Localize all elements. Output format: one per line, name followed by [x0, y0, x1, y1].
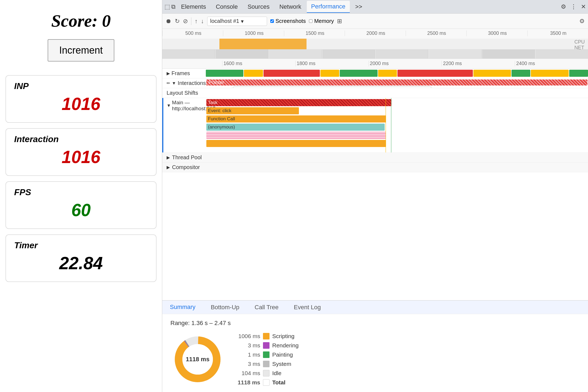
task-bar[interactable]: Task: [206, 99, 391, 106]
timer-card: Timer 22.84: [5, 234, 157, 282]
close-icon[interactable]: ✕: [581, 3, 586, 10]
session-selector[interactable]: localhost #1 ▾: [207, 17, 267, 26]
event-click-bar[interactable]: Event: click: [206, 107, 299, 114]
scripting-swatch: [263, 333, 270, 339]
capture-icon[interactable]: ⊞: [337, 18, 342, 25]
frames-bar: [206, 70, 588, 77]
screenshots-checkbox[interactable]: [270, 19, 274, 23]
tab-elements[interactable]: Elements: [177, 1, 210, 13]
main-thread-section: ▼ Main — http://localhost:517 Task Event…: [162, 98, 588, 153]
memory-checkbox[interactable]: [309, 19, 313, 23]
frames-chevron[interactable]: ▶: [167, 71, 170, 76]
inp-card: INP 1016: [5, 75, 157, 123]
record-icon[interactable]: ⏺: [166, 18, 171, 25]
interaction-card: Interaction 1016: [5, 128, 157, 176]
settings2-icon[interactable]: ⚙: [579, 18, 585, 25]
summary-content: 1118 ms 1006 ms Scripting 3 ms Rendering: [170, 332, 580, 387]
ruler-mark-1500: 1500 ms: [284, 30, 345, 36]
inp-label: INP: [14, 81, 148, 91]
tab-console[interactable]: Console: [212, 1, 242, 13]
download-icon[interactable]: ↓: [201, 18, 204, 25]
pointer-bar[interactable]: Pointer: [206, 79, 587, 85]
blue-border: [162, 98, 163, 152]
ruler2-1600: 1600 ms: [222, 61, 295, 66]
bottom-tabs: Summary Bottom-Up Call Tree Event Log: [162, 300, 588, 314]
thread-pool-section[interactable]: ▶ Thread Pool: [162, 153, 588, 163]
rendering-swatch: [263, 342, 270, 349]
legend-rendering: 3 ms Rendering: [236, 342, 299, 349]
legend-painting: 1 ms Painting: [236, 351, 299, 358]
idle-swatch: [263, 370, 270, 376]
summary-range: Range: 1.36 s – 2.47 s: [170, 320, 580, 327]
legend-scripting: 1006 ms Scripting: [236, 333, 299, 339]
main-thread-label[interactable]: ▼ Main — http://localhost:517: [162, 98, 206, 113]
timeline-ruler: 500 ms 1000 ms 1500 ms 2000 ms 2500 ms 3…: [162, 29, 588, 39]
tab-bottom-up[interactable]: Bottom-Up: [203, 301, 247, 314]
tab-event-log[interactable]: Event Log: [286, 301, 328, 314]
reload-icon[interactable]: ↻: [175, 18, 180, 25]
total-swatch: [263, 379, 270, 386]
devtools-tabbar: ⬚ ⧉ Elements Console Sources Network Per…: [162, 0, 588, 14]
frames-label[interactable]: ▶ Frames: [162, 70, 206, 76]
increment-button[interactable]: Increment: [48, 39, 114, 62]
vertical-line-1: [385, 98, 386, 152]
cpu-bar: [162, 39, 588, 50]
vertical-line-2: [391, 98, 391, 152]
interactions-content: Pointer 1.02 s Pointer Long interaction …: [206, 78, 588, 88]
function-call-bar[interactable]: Function Call: [206, 115, 386, 122]
ruler-mark-2500: 2500 ms: [406, 30, 466, 36]
cursor-icon[interactable]: ⬚: [164, 3, 170, 10]
compositor-section[interactable]: ▶ Compositor: [162, 163, 588, 172]
settings-icon[interactable]: ⚙: [561, 3, 566, 10]
device-icon[interactable]: ⧉: [171, 3, 176, 10]
timeline-overview[interactable]: 500 ms 1000 ms 1500 ms 2000 ms 2500 ms 3…: [162, 29, 588, 59]
timer-value: 22.84: [14, 253, 148, 273]
memory-toggle[interactable]: Memory: [309, 18, 334, 24]
ruler2-2400: 2400 ms: [515, 61, 588, 66]
interactions-label[interactable]: ✏ ▼ Interactions: [162, 80, 206, 86]
main-thread-chevron[interactable]: ▼: [167, 103, 171, 108]
frames-track: ▶ Frames: [162, 69, 588, 78]
tab-performance[interactable]: Performance: [307, 1, 350, 13]
compositor-chevron[interactable]: ▶: [167, 165, 170, 170]
interaction-tooltip: 1.02 s Pointer Long interaction is indic…: [233, 87, 431, 88]
left-panel: Score: 0 Increment INP 1016 Interaction …: [0, 0, 162, 392]
interactions-chevron[interactable]: ▼: [172, 81, 176, 86]
screenshots-toggle[interactable]: Screenshots: [270, 18, 306, 24]
ruler-mark-3000: 3000 ms: [466, 30, 527, 36]
ruler2-2000: 2000 ms: [369, 61, 442, 66]
cpu-highlight: [219, 39, 307, 50]
legend-total: 1118 ms Total: [236, 379, 299, 386]
fps-label: FPS: [14, 187, 148, 197]
more-icon[interactable]: ⋮: [571, 3, 577, 10]
interaction-label: Interaction: [14, 134, 148, 144]
tab-more[interactable]: >>: [351, 1, 367, 13]
clear-icon[interactable]: ⊘: [183, 18, 188, 25]
upload-icon[interactable]: ↑: [195, 18, 198, 25]
track-area[interactable]: ▶ Frames: [162, 69, 588, 300]
ruler-mark-1000: 1000 ms: [223, 30, 284, 36]
pencil-icon: ✏: [167, 81, 170, 86]
main-thread-content: Task Event: click Function Call (anonymo…: [206, 98, 588, 152]
thread-pool-chevron[interactable]: ▶: [167, 155, 170, 160]
anonymous-bar[interactable]: (anonymous): [206, 124, 385, 131]
score-title: Score: 0: [51, 11, 111, 31]
legend-idle: 104 ms Idle: [236, 370, 299, 376]
tab-network[interactable]: Network: [275, 1, 306, 13]
ruler-mark-3500: 3500 m: [527, 30, 588, 36]
timeline-labels: CPU NET: [574, 39, 585, 51]
perf-ruler2: 1600 ms 1800 ms 2000 ms 2200 ms 2400 ms: [162, 59, 588, 69]
yellow-long-bar: [206, 140, 386, 147]
summary-legend: 1006 ms Scripting 3 ms Rendering 1 ms Pa…: [236, 333, 299, 386]
layout-shifts-track: Layout Shifts: [162, 88, 588, 98]
layout-shifts-label[interactable]: Layout Shifts: [162, 90, 206, 96]
devtools-toolbar-icons: ⚙ ⋮ ✕: [561, 3, 586, 10]
ruler-mark-2000: 2000 ms: [345, 30, 405, 36]
tab-sources[interactable]: Sources: [243, 1, 274, 13]
timer-label: Timer: [14, 240, 148, 250]
screenshot-strip: [162, 49, 588, 59]
ruler-mark-500: 500 ms: [162, 30, 223, 36]
tab-summary[interactable]: Summary: [162, 300, 203, 314]
tab-call-tree[interactable]: Call Tree: [247, 301, 286, 314]
chevron-down-icon: ▾: [241, 18, 244, 24]
